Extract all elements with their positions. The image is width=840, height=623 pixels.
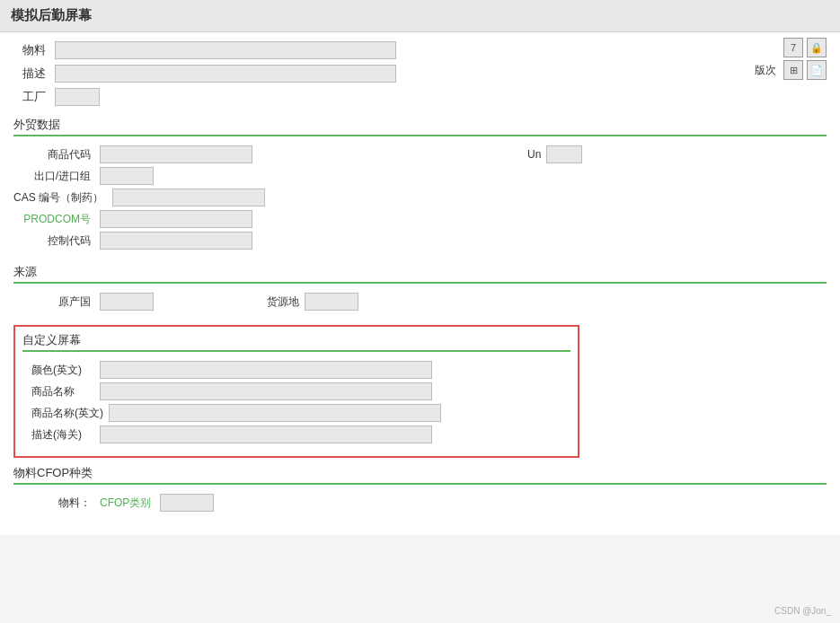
- origin-input[interactable]: [100, 293, 154, 311]
- material-label: 物料: [13, 42, 49, 58]
- export-import-label: 出口/进口组: [13, 169, 94, 184]
- product-name-label: 商品名称: [22, 384, 94, 399]
- description-label: 描述: [13, 66, 49, 82]
- cfop-material-label: 物料：: [13, 496, 94, 511]
- trade-section-header: 外贸数据: [13, 117, 827, 136]
- export-import-row: 出口/进口组: [13, 167, 827, 185]
- customs-desc-input[interactable]: [100, 426, 432, 443]
- file-icon-btn[interactable]: 📄: [807, 60, 827, 80]
- cfop-input[interactable]: [160, 494, 214, 512]
- product-name-input[interactable]: [100, 382, 432, 400]
- cfop-section: 物料CFOP种类 物料： CFOP类别: [13, 465, 827, 519]
- material-row: 物料: [13, 41, 719, 59]
- customs-desc-row: 描述(海关): [22, 426, 570, 443]
- factory-input[interactable]: [55, 88, 100, 106]
- factory-label: 工厂: [13, 89, 49, 105]
- control-code-row: 控制代码: [13, 232, 827, 250]
- origin-label: 原产国: [13, 294, 94, 310]
- color-en-label: 颜色(英文): [22, 363, 94, 378]
- cfop-type-label: CFOP类别: [100, 496, 151, 511]
- commodity-code-input[interactable]: [100, 145, 252, 163]
- control-code-input[interactable]: [100, 232, 252, 250]
- color-en-input[interactable]: [100, 361, 432, 379]
- product-name-en-input[interactable]: [109, 404, 441, 422]
- source-place-input[interactable]: [305, 293, 358, 311]
- cfop-section-content: 物料： CFOP类别: [13, 488, 827, 519]
- prodcom-row: PRODCOM号: [13, 210, 827, 228]
- custom-section-header: 自定义屏幕: [22, 332, 570, 352]
- color-en-row: 颜色(英文): [22, 361, 570, 379]
- trade-section-content: 商品代码 Un 出口/进口组 CAS 编号（制药） PRODCO: [13, 140, 827, 257]
- cas-label: CAS 编号（制药）: [13, 190, 107, 206]
- product-name-en-row: 商品名称(英文): [22, 404, 570, 422]
- top-icon-row: 7 🔒: [783, 38, 827, 57]
- un-input[interactable]: [546, 145, 582, 163]
- commodity-code-row: 商品代码 Un: [13, 145, 827, 163]
- top-fields: 物料 描述 工厂: [13, 41, 827, 108]
- watermark: CSDN @Jon_: [774, 606, 831, 616]
- prodcom-input[interactable]: [100, 210, 252, 228]
- commodity-code-label: 商品代码: [13, 147, 94, 162]
- source-place-label: 货源地: [267, 294, 299, 310]
- trade-section: 外贸数据 商品代码 Un 出口/进口组 CAS 编号（制药）: [13, 117, 827, 257]
- version-label: 版次: [755, 63, 776, 78]
- lock-icon-btn[interactable]: 🔒: [807, 38, 827, 57]
- origin-row: 原产国 货源地: [13, 293, 827, 311]
- version-row: 版次 ⊞ 📄: [755, 60, 827, 80]
- product-name-row: 商品名称: [22, 382, 570, 400]
- page-title: 模拟后勤屏幕: [0, 0, 840, 32]
- edit-icon-btn[interactable]: 7: [783, 38, 803, 57]
- source-section-content: 原产国 货源地: [13, 287, 827, 318]
- cas-input[interactable]: [112, 189, 265, 206]
- control-code-label: 控制代码: [13, 233, 94, 249]
- content-area: 物料 描述 工厂 7 🔒 版次 ⊞ 📄: [0, 32, 840, 535]
- cfop-section-header: 物料CFOP种类: [13, 465, 827, 485]
- description-input[interactable]: [55, 65, 396, 83]
- product-name-en-label: 商品名称(英文): [22, 406, 103, 421]
- custom-section: 自定义屏幕 颜色(英文) 商品名称 商品名称(英文) 描述(海关): [13, 325, 579, 458]
- cas-row: CAS 编号（制药）: [13, 189, 827, 206]
- source-section-header: 来源: [13, 264, 827, 284]
- main-container: 模拟后勤屏幕 物料 描述 工厂 7 🔒 版次: [0, 0, 840, 623]
- description-row: 描述: [13, 65, 719, 83]
- export-import-input[interactable]: [100, 167, 154, 185]
- customs-desc-label: 描述(海关): [22, 427, 94, 443]
- prodcom-label: PRODCOM号: [13, 212, 94, 227]
- cfop-row: 物料： CFOP类别: [13, 494, 827, 512]
- material-input[interactable]: [55, 41, 396, 59]
- factory-row: 工厂: [13, 88, 719, 106]
- un-label: Un: [527, 148, 541, 161]
- copy-icon-btn[interactable]: ⊞: [783, 60, 803, 80]
- custom-section-content: 颜色(英文) 商品名称 商品名称(英文) 描述(海关): [22, 355, 570, 451]
- source-section: 来源 原产国 货源地: [13, 264, 827, 318]
